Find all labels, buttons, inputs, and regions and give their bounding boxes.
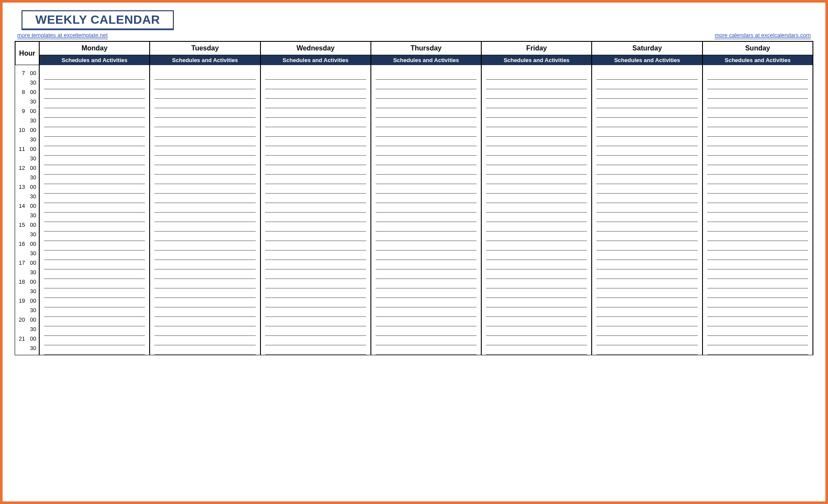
schedule-slot[interactable] bbox=[376, 175, 477, 184]
schedule-slot[interactable] bbox=[596, 99, 697, 108]
schedule-slot[interactable] bbox=[376, 213, 477, 222]
schedule-slot[interactable] bbox=[596, 326, 697, 336]
schedule-slot[interactable] bbox=[154, 127, 255, 137]
schedule-slot[interactable] bbox=[707, 288, 808, 298]
schedule-slot[interactable] bbox=[707, 118, 808, 127]
schedule-slot[interactable] bbox=[154, 260, 255, 269]
schedule-slot[interactable] bbox=[44, 288, 145, 298]
schedule-slot[interactable] bbox=[265, 222, 366, 232]
schedule-slot[interactable] bbox=[44, 165, 145, 175]
schedule-slot[interactable] bbox=[596, 203, 697, 213]
schedule-slot[interactable] bbox=[707, 213, 808, 222]
schedule-slot[interactable] bbox=[596, 317, 697, 326]
schedule-slot[interactable] bbox=[44, 137, 145, 146]
schedule-slot[interactable] bbox=[707, 222, 808, 232]
schedule-slot[interactable] bbox=[596, 232, 697, 241]
schedule-slot[interactable] bbox=[154, 307, 255, 317]
schedule-slot[interactable] bbox=[44, 345, 145, 355]
schedule-slot[interactable] bbox=[707, 184, 808, 194]
schedule-slot[interactable] bbox=[486, 232, 587, 241]
schedule-slot[interactable] bbox=[265, 336, 366, 345]
schedule-slot[interactable] bbox=[707, 165, 808, 175]
schedule-slot[interactable] bbox=[376, 146, 477, 156]
schedule-slot[interactable] bbox=[707, 70, 808, 80]
schedule-slot[interactable] bbox=[265, 99, 366, 108]
schedule-slot[interactable] bbox=[265, 203, 366, 213]
schedule-slot[interactable] bbox=[265, 118, 366, 127]
schedule-slot[interactable] bbox=[265, 250, 366, 260]
schedule-slot[interactable] bbox=[376, 241, 477, 250]
schedule-slot[interactable] bbox=[596, 137, 697, 146]
schedule-slot[interactable] bbox=[154, 232, 255, 241]
schedule-slot[interactable] bbox=[486, 269, 587, 279]
schedule-slot[interactable] bbox=[486, 89, 587, 99]
schedule-slot[interactable] bbox=[265, 146, 366, 156]
schedule-slot[interactable] bbox=[486, 345, 587, 355]
schedule-slot[interactable] bbox=[486, 222, 587, 232]
schedule-slot[interactable] bbox=[376, 194, 477, 203]
schedule-slot[interactable] bbox=[265, 70, 366, 80]
schedule-slot[interactable] bbox=[486, 146, 587, 156]
schedule-slot[interactable] bbox=[376, 279, 477, 288]
schedule-slot[interactable] bbox=[486, 298, 587, 307]
schedule-slot[interactable] bbox=[486, 336, 587, 345]
schedule-slot[interactable] bbox=[376, 232, 477, 241]
schedule-slot[interactable] bbox=[265, 127, 366, 137]
schedule-slot[interactable] bbox=[486, 279, 587, 288]
day-cell-wednesday[interactable] bbox=[260, 65, 371, 355]
schedule-slot[interactable] bbox=[44, 260, 145, 269]
schedule-slot[interactable] bbox=[707, 307, 808, 317]
schedule-slot[interactable] bbox=[265, 175, 366, 184]
schedule-slot[interactable] bbox=[265, 137, 366, 146]
schedule-slot[interactable] bbox=[154, 279, 255, 288]
schedule-slot[interactable] bbox=[44, 241, 145, 250]
schedule-slot[interactable] bbox=[376, 99, 477, 108]
schedule-slot[interactable] bbox=[486, 326, 587, 336]
schedule-slot[interactable] bbox=[154, 99, 255, 108]
schedule-slot[interactable] bbox=[707, 127, 808, 137]
schedule-slot[interactable] bbox=[44, 80, 145, 89]
schedule-slot[interactable] bbox=[44, 298, 145, 307]
schedule-slot[interactable] bbox=[707, 146, 808, 156]
schedule-slot[interactable] bbox=[265, 156, 366, 165]
schedule-slot[interactable] bbox=[44, 307, 145, 317]
day-cell-monday[interactable] bbox=[39, 65, 150, 355]
schedule-slot[interactable] bbox=[44, 175, 145, 184]
schedule-slot[interactable] bbox=[707, 326, 808, 336]
schedule-slot[interactable] bbox=[154, 108, 255, 118]
schedule-slot[interactable] bbox=[486, 175, 587, 184]
schedule-slot[interactable] bbox=[486, 137, 587, 146]
schedule-slot[interactable] bbox=[486, 250, 587, 260]
schedule-slot[interactable] bbox=[707, 89, 808, 99]
schedule-slot[interactable] bbox=[596, 184, 697, 194]
schedule-slot[interactable] bbox=[154, 89, 255, 99]
schedule-slot[interactable] bbox=[154, 345, 255, 355]
schedule-slot[interactable] bbox=[596, 118, 697, 127]
schedule-slot[interactable] bbox=[596, 89, 697, 99]
schedule-slot[interactable] bbox=[596, 336, 697, 345]
schedule-slot[interactable] bbox=[154, 213, 255, 222]
schedule-slot[interactable] bbox=[707, 232, 808, 241]
schedule-slot[interactable] bbox=[486, 260, 587, 269]
schedule-slot[interactable] bbox=[44, 279, 145, 288]
schedule-slot[interactable] bbox=[707, 194, 808, 203]
schedule-slot[interactable] bbox=[486, 80, 587, 89]
schedule-slot[interactable] bbox=[376, 203, 477, 213]
schedule-slot[interactable] bbox=[265, 260, 366, 269]
schedule-slot[interactable] bbox=[376, 137, 477, 146]
schedule-slot[interactable] bbox=[44, 184, 145, 194]
schedule-slot[interactable] bbox=[44, 99, 145, 108]
schedule-slot[interactable] bbox=[376, 260, 477, 269]
schedule-slot[interactable] bbox=[44, 232, 145, 241]
schedule-slot[interactable] bbox=[707, 175, 808, 184]
schedule-slot[interactable] bbox=[486, 241, 587, 250]
schedule-slot[interactable] bbox=[707, 80, 808, 89]
schedule-slot[interactable] bbox=[376, 222, 477, 232]
schedule-slot[interactable] bbox=[596, 288, 697, 298]
schedule-slot[interactable] bbox=[596, 250, 697, 260]
schedule-slot[interactable] bbox=[154, 269, 255, 279]
schedule-slot[interactable] bbox=[376, 165, 477, 175]
schedule-slot[interactable] bbox=[596, 213, 697, 222]
schedule-slot[interactable] bbox=[265, 307, 366, 317]
schedule-slot[interactable] bbox=[265, 80, 366, 89]
